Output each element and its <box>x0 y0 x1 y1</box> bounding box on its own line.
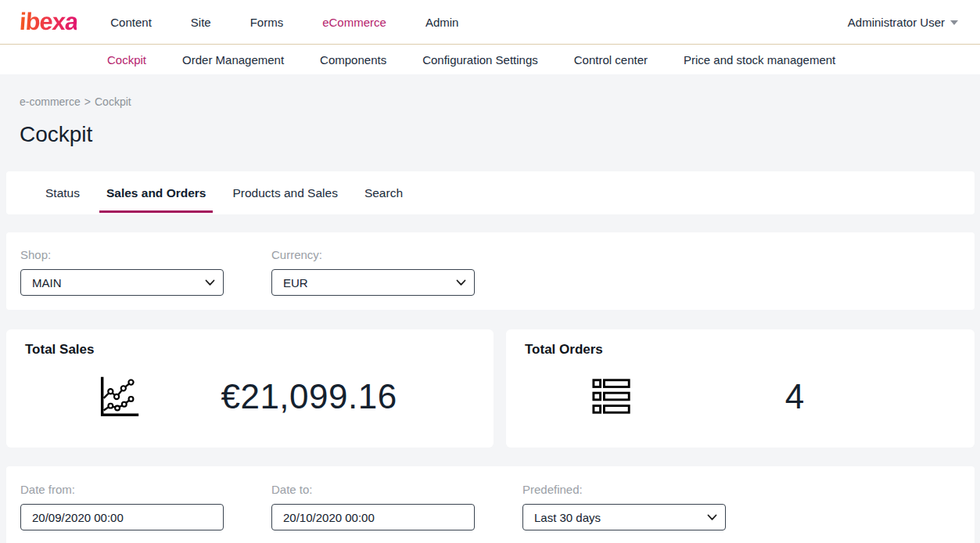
total-sales-card: Total Sales <box>6 329 494 448</box>
date-to-label: Date to: <box>271 483 475 496</box>
tab-status[interactable]: Status <box>38 171 87 214</box>
subnav-item-control-center[interactable]: Control center <box>574 53 648 67</box>
predefined-label: Predefined: <box>522 483 726 496</box>
date-filter-panel: Date from: Date to: Predefined: Last 30 … <box>6 466 975 543</box>
subnav-item-cockpit[interactable]: Cockpit <box>107 53 146 67</box>
tab-sales-and-orders[interactable]: Sales and Orders <box>99 171 214 214</box>
tab-search[interactable]: Search <box>357 171 410 214</box>
currency-label: Currency: <box>271 248 475 261</box>
main-nav: Content Site Forms eCommerce Admin <box>110 16 458 29</box>
shop-currency-filter-panel: Shop: MAIN Currency: EUR <box>6 232 975 310</box>
total-sales-value: €21,099.16 <box>143 377 475 416</box>
total-orders-value: 4 <box>634 377 956 416</box>
breadcrumb-separator: > <box>84 95 91 108</box>
subnav-item-order-management[interactable]: Order Management <box>182 53 284 67</box>
subnav-item-configuration-settings[interactable]: Configuration Settings <box>422 53 538 67</box>
tab-products-and-sales[interactable]: Products and Sales <box>225 171 344 214</box>
total-orders-card: Total Orders 4 <box>506 329 975 448</box>
total-orders-title: Total Orders <box>525 342 956 358</box>
chevron-down-icon <box>950 20 958 25</box>
nav-item-site[interactable]: Site <box>191 16 211 29</box>
nav-item-admin[interactable]: Admin <box>425 16 459 29</box>
ibexa-logo[interactable]: ibexa <box>19 8 79 36</box>
line-chart-icon <box>95 372 143 421</box>
date-from-input[interactable] <box>20 504 224 530</box>
cockpit-tabs: Status Sales and Orders Products and Sal… <box>6 171 975 214</box>
date-to-field: Date to: <box>271 483 475 530</box>
stats-row: Total Sales <box>6 329 975 448</box>
user-menu-label: Administrator User <box>848 16 945 29</box>
nav-item-ecommerce[interactable]: eCommerce <box>322 16 386 29</box>
top-header: ibexa Content Site Forms eCommerce Admin… <box>0 0 980 45</box>
date-to-input[interactable] <box>271 504 475 530</box>
breadcrumb-cockpit[interactable]: Cockpit <box>95 95 131 108</box>
breadcrumb: e-commerce>Cockpit <box>20 95 980 108</box>
nav-item-forms[interactable]: Forms <box>250 16 284 29</box>
currency-select[interactable]: EUR <box>271 269 475 296</box>
order-list-icon <box>591 376 634 418</box>
page-title: Cockpit <box>20 122 980 147</box>
subnav-item-price-stock-management[interactable]: Price and stock management <box>684 53 835 67</box>
date-from-label: Date from: <box>20 483 224 496</box>
nav-item-content[interactable]: Content <box>110 16 152 29</box>
breadcrumb-ecommerce[interactable]: e-commerce <box>20 95 81 108</box>
shop-label: Shop: <box>20 248 224 261</box>
user-menu[interactable]: Administrator User <box>848 16 958 29</box>
subnav-item-components[interactable]: Components <box>320 53 386 67</box>
shop-select[interactable]: MAIN <box>20 269 224 296</box>
currency-field: Currency: EUR <box>271 248 475 296</box>
predefined-range-select[interactable]: Last 30 days <box>522 504 726 530</box>
shop-field: Shop: MAIN <box>20 248 224 296</box>
page-content: e-commerce>Cockpit Cockpit Status Sales … <box>0 95 980 543</box>
total-sales-title: Total Sales <box>25 342 475 358</box>
predefined-field: Predefined: Last 30 days <box>522 483 726 530</box>
ecommerce-subnav: Cockpit Order Management Components Conf… <box>0 45 980 74</box>
date-from-field: Date from: <box>20 483 224 530</box>
